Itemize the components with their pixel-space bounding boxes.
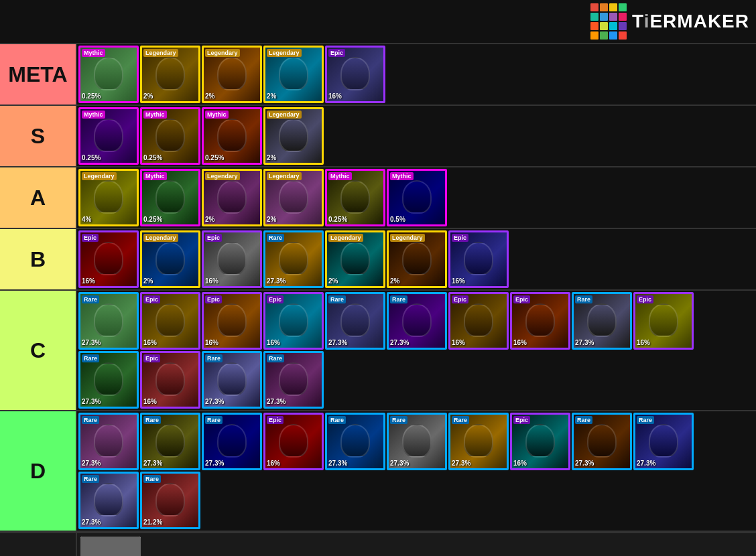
rarity-badge: Epic	[205, 295, 222, 303]
character-face	[94, 119, 123, 152]
card-percent: 16%	[513, 460, 527, 467]
card-percent: 2%	[205, 92, 214, 100]
card-percent: 0.25%	[328, 216, 347, 223]
character-face	[155, 424, 185, 458]
rarity-badge: Epic	[513, 295, 530, 303]
card-c-9: Epic16%	[633, 292, 694, 350]
character-face	[94, 57, 123, 90]
card-percent: 27.3%	[82, 460, 101, 467]
character-face	[464, 242, 493, 275]
card-percent: 0.25%	[143, 154, 162, 161]
user-avatar	[80, 537, 141, 556]
card-percent: 16%	[267, 339, 280, 346]
card-d-9: Rare27.3%	[633, 413, 694, 470]
card-percent: 27.3%	[267, 398, 286, 405]
card-percent: 16%	[637, 339, 650, 346]
rarity-badge: Legendary	[267, 111, 302, 119]
card-percent: 27.3%	[82, 398, 101, 405]
card-d-10: Rare27.3%	[78, 472, 139, 529]
card-meta-0: Mythic0.25%	[78, 46, 139, 103]
character-face	[587, 424, 617, 458]
card-percent: 27.3%	[82, 339, 101, 346]
card-percent: 0.25%	[82, 154, 101, 161]
character-face	[525, 303, 555, 337]
logo-text: TiERMAKER	[632, 11, 749, 32]
card-s-0: Mythic0.25%	[78, 107, 139, 165]
card-percent: 16%	[205, 339, 218, 346]
tier-row-meta: METAMythic0.25%Legendary2%Legendary2%Leg…	[0, 44, 756, 106]
card-percent: 16%	[328, 92, 342, 100]
rarity-badge: Mythic	[143, 172, 167, 180]
rarity-badge: Epic	[267, 295, 284, 303]
logo-cell-3	[619, 3, 627, 11]
rarity-badge: Mythic	[82, 49, 105, 57]
card-c-3: Epic16%	[263, 292, 324, 350]
rarity-badge: Legendary	[390, 234, 425, 242]
rarity-badge: Mythic	[205, 111, 229, 119]
logo-cell-14	[609, 31, 617, 40]
character-face	[217, 119, 247, 152]
card-c-5: Rare27.3%	[387, 292, 447, 350]
tier-label-s: S	[0, 106, 77, 166]
rarity-badge: Mythic	[328, 172, 352, 180]
rarity-badge: Legendary	[143, 49, 178, 57]
tier-label-meta: META	[0, 44, 77, 105]
character-face	[402, 242, 432, 275]
logo-cell-6	[609, 13, 617, 21]
character-face	[155, 362, 185, 396]
card-c-6: Epic16%	[448, 292, 509, 350]
card-meta-3: Legendary2%	[263, 46, 324, 103]
tier-row-d: DRare27.3%Rare27.3%Rare27.3%Epic16%Rare2…	[0, 411, 756, 532]
rarity-badge: Rare	[143, 416, 161, 424]
card-c-11: Epic16%	[140, 351, 200, 409]
card-percent: 0.5%	[390, 216, 405, 223]
card-c-2: Epic16%	[202, 292, 262, 350]
rarity-badge: Epic	[637, 295, 653, 303]
tier-row-s: SMythic0.25%Mythic0.25%Mythic0.25%Legend…	[0, 106, 756, 167]
card-d-7: Epic16%	[510, 413, 570, 470]
card-a-3: Legendary2%	[263, 169, 324, 226]
tier-items-s: Mythic0.25%Mythic0.25%Mythic0.25%Legenda…	[77, 106, 756, 166]
logo-cell-9	[600, 22, 608, 30]
character-face	[340, 242, 370, 275]
rarity-badge: Rare	[328, 416, 346, 424]
card-d-0: Rare27.3%	[78, 413, 139, 470]
rarity-badge: Rare	[267, 354, 284, 362]
character-face	[94, 303, 123, 337]
character-face	[279, 424, 308, 458]
card-percent: 2%	[328, 277, 338, 285]
character-face	[402, 303, 432, 337]
rarity-badge: Rare	[637, 416, 654, 424]
tier-table: METAMythic0.25%Legendary2%Legendary2%Leg…	[0, 44, 756, 532]
card-b-2: Epic16%	[202, 230, 262, 288]
card-percent: 0.25%	[205, 154, 224, 161]
card-b-5: Legendary2%	[387, 230, 447, 288]
tier-items-d: Rare27.3%Rare27.3%Rare27.3%Epic16%Rare27…	[77, 411, 756, 531]
rarity-badge: Epic	[143, 354, 160, 362]
card-b-3: Rare27.3%	[263, 230, 324, 288]
rarity-badge: Rare	[143, 475, 161, 483]
character-face	[155, 57, 185, 90]
logo-cell-10	[609, 22, 617, 30]
card-d-11: Rare21.2%	[140, 472, 200, 529]
character-face	[525, 424, 555, 458]
rarity-badge: Epic	[143, 295, 160, 303]
card-percent: 0.25%	[143, 216, 162, 223]
tier-items-c: Rare27.3%Epic16%Epic16%Epic16%Rare27.3%R…	[77, 291, 756, 410]
rarity-badge: Rare	[267, 234, 284, 242]
rarity-badge: Rare	[452, 416, 469, 424]
character-face	[155, 180, 185, 214]
tier-row-a: ALegendary4%Mythic0.25%Legendary2%Legend…	[0, 167, 756, 229]
character-face	[279, 303, 308, 337]
logo-cell-1	[600, 3, 608, 11]
card-percent: 2%	[143, 92, 153, 100]
card-percent: 27.3%	[267, 277, 286, 285]
card-d-8: Rare27.3%	[572, 413, 632, 470]
card-percent: 16%	[452, 277, 465, 285]
logo-cell-13	[600, 31, 608, 40]
card-meta-1: Legendary2%	[140, 46, 200, 103]
card-percent: 16%	[452, 339, 465, 346]
card-c-0: Rare27.3%	[78, 292, 139, 350]
character-face	[402, 424, 432, 458]
character-face	[217, 362, 247, 396]
